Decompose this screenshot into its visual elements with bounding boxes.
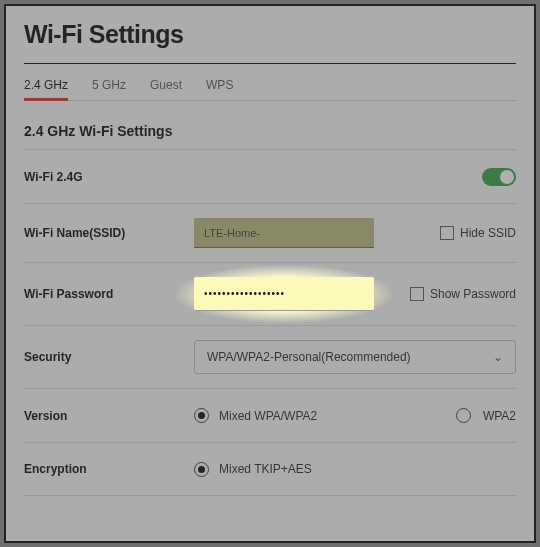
tab-guest[interactable]: Guest	[150, 78, 182, 100]
password-label: Wi-Fi Password	[24, 287, 194, 301]
hide-ssid-checkbox[interactable]	[440, 226, 454, 240]
security-value: WPA/WPA2-Personal(Recommended)	[207, 350, 411, 364]
row-password: Wi-Fi Password •••••••••••••••••• Show P…	[24, 262, 516, 325]
tab-wps[interactable]: WPS	[206, 78, 233, 100]
wifi-enable-label: Wi-Fi 2.4G	[24, 170, 194, 184]
ssid-input[interactable]: LTE-Home-	[194, 218, 374, 248]
password-value: ••••••••••••••••••	[204, 288, 285, 299]
title-divider	[24, 63, 516, 64]
show-password-checkbox[interactable]	[410, 287, 424, 301]
version-label: Version	[24, 409, 194, 423]
tab-bar: 2.4 GHz 5 GHz Guest WPS	[24, 78, 516, 101]
hide-ssid-label: Hide SSID	[460, 226, 516, 240]
version-opt2-label: WPA2	[483, 409, 516, 423]
security-label: Security	[24, 350, 194, 364]
encryption-opt1-label: Mixed TKIP+AES	[219, 462, 312, 476]
encryption-label: Encryption	[24, 462, 194, 476]
row-security: Security WPA/WPA2-Personal(Recommended) …	[24, 325, 516, 388]
password-input[interactable]: ••••••••••••••••••	[194, 277, 374, 311]
row-encryption: Encryption Mixed TKIP+AES	[24, 442, 516, 496]
version-radio-mixed[interactable]	[194, 408, 209, 423]
row-version: Version Mixed WPA/WPA2 WPA2	[24, 388, 516, 442]
security-select[interactable]: WPA/WPA2-Personal(Recommended) ⌄	[194, 340, 516, 374]
wifi-enable-toggle[interactable]	[482, 168, 516, 186]
row-ssid: Wi-Fi Name(SSID) LTE-Home- Hide SSID	[24, 203, 516, 262]
ssid-value: LTE-Home-	[204, 227, 260, 239]
tab-24ghz[interactable]: 2.4 GHz	[24, 78, 68, 100]
row-wifi-enable: Wi-Fi 2.4G	[24, 149, 516, 203]
password-highlight: ••••••••••••••••••	[194, 277, 374, 311]
ssid-label: Wi-Fi Name(SSID)	[24, 226, 194, 240]
version-radio-wpa2[interactable]	[456, 408, 471, 423]
encryption-radio-mixed[interactable]	[194, 462, 209, 477]
settings-panel: Wi-Fi Settings 2.4 GHz 5 GHz Guest WPS 2…	[4, 4, 536, 543]
tab-5ghz[interactable]: 5 GHz	[92, 78, 126, 100]
section-title: 2.4 GHz Wi-Fi Settings	[24, 123, 516, 139]
chevron-down-icon: ⌄	[493, 350, 503, 364]
version-opt1-label: Mixed WPA/WPA2	[219, 409, 317, 423]
page-title: Wi-Fi Settings	[24, 20, 516, 49]
show-password-label: Show Password	[430, 287, 516, 301]
